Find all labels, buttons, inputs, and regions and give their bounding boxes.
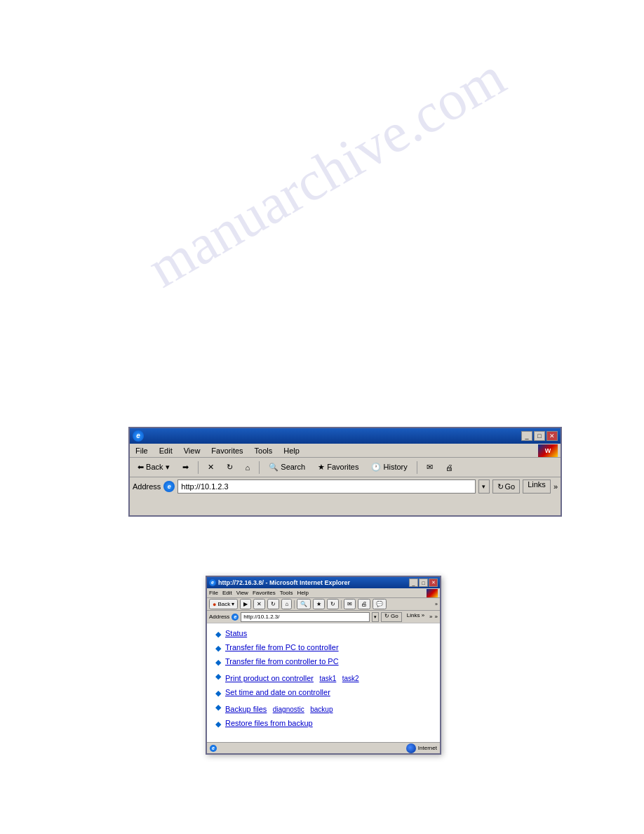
refresh-btn-2b[interactable]: ↻	[327, 599, 339, 609]
menu-file-1[interactable]: File	[133, 446, 151, 455]
forward-button-1[interactable]: ➡	[177, 460, 194, 475]
toolbar-extra-2: »	[435, 602, 438, 607]
discuss-button-2[interactable]: 💬	[373, 599, 387, 609]
links-extra-2: »	[429, 614, 432, 620]
minimize-button-2[interactable]: _	[409, 578, 418, 587]
ie-logo-2	[427, 589, 438, 597]
links-extra-2b: »	[435, 614, 438, 620]
sep-3	[417, 461, 417, 474]
address-ie-icon-2: e	[232, 614, 239, 621]
favorites-button-2[interactable]: ★	[313, 599, 325, 609]
address-bar-1: Address e ▾ ↻ Go Links »	[130, 477, 561, 496]
home-button-2[interactable]: ⌂	[281, 599, 292, 609]
sep-2	[259, 461, 260, 474]
link-restore-files[interactable]: Restore files from backup	[225, 719, 313, 727]
bullet-6: ◆	[215, 720, 221, 729]
menu-favorites-2[interactable]: Favorites	[253, 590, 276, 596]
menu-tools-1[interactable]: Tools	[252, 446, 276, 455]
link-transfer-from-controller[interactable]: Transfer file from controller to PC	[225, 657, 339, 666]
back-button-2[interactable]: ●Back ▾	[209, 599, 238, 609]
link-status[interactable]: Status	[225, 629, 247, 637]
address-input-2[interactable]	[241, 612, 369, 622]
go-label-1: Go	[505, 482, 516, 491]
status-zone-2: Internet	[406, 743, 437, 753]
close-button-1[interactable]: ✕	[546, 431, 558, 441]
go-button-1[interactable]: ↻ Go	[492, 479, 521, 494]
home-button-1[interactable]: ⌂	[241, 460, 255, 475]
history-button-1[interactable]: 🕐 History	[366, 460, 412, 475]
list-item: ◆ Set time and date on controller	[215, 688, 431, 698]
menu-file-2[interactable]: File	[209, 590, 218, 596]
ie-icon-1: e	[133, 430, 144, 442]
menu-view-2[interactable]: View	[236, 590, 248, 596]
menu-view-1[interactable]: View	[181, 446, 203, 455]
link-set-time[interactable]: Set time and date on controller	[225, 688, 330, 696]
maximize-button-1[interactable]: □	[534, 431, 545, 441]
menu-bar-1: File Edit View Favorites Tools Help W	[130, 444, 561, 458]
links-button-1[interactable]: Links	[523, 479, 551, 494]
sep-2-2	[341, 600, 342, 609]
toolbar-2: ●Back ▾ ▶ ✕ ↻ ⌂ 🔍 ★ ↻ ✉ 🖨 💬 »	[207, 598, 440, 611]
link-diagnostic[interactable]: diagnostic	[273, 706, 304, 713]
go-button-2[interactable]: ↻ Go	[381, 612, 402, 622]
link-transfer-to-controller[interactable]: Transfer file from PC to controller	[225, 643, 339, 651]
menu-favorites-1[interactable]: Favorites	[208, 446, 246, 455]
back-button-1[interactable]: ⬅ Back ▾	[133, 460, 175, 475]
link-task1[interactable]: task1	[319, 675, 336, 682]
list-item: ◆ Restore files from backup	[215, 719, 431, 729]
print-button-2[interactable]: 🖨	[358, 599, 370, 609]
list-item: ◆ Transfer file from controller to PC	[215, 657, 431, 667]
status-bar-2: e Internet	[207, 742, 440, 753]
sep-1	[198, 461, 199, 474]
ie-logo-1: W	[538, 444, 558, 457]
list-item: ◆ Backup files diagnostic backup	[215, 702, 431, 715]
address-input-1[interactable]	[177, 479, 475, 494]
menu-edit-1[interactable]: Edit	[156, 446, 175, 455]
menu-help-1[interactable]: Help	[281, 446, 302, 455]
address-label-2: Address	[209, 614, 229, 620]
minimize-button-1[interactable]: _	[521, 431, 532, 441]
title-buttons-2: _ □ ✕	[409, 578, 438, 587]
watermark: manuarchive.com	[137, 44, 516, 300]
bullet-5: ◆	[215, 703, 221, 712]
link-print-product[interactable]: Print product on controller	[225, 674, 314, 682]
search-button-1[interactable]: 🔍 Search	[264, 460, 310, 475]
go-label-2: Go	[391, 613, 398, 619]
list-item: ◆ Transfer file from PC to controller	[215, 643, 431, 653]
link-backup[interactable]: backup	[310, 706, 333, 713]
address-dropdown-2[interactable]: ▾	[372, 612, 379, 622]
favorites-button-1[interactable]: ★ Favorites	[313, 460, 363, 475]
title-buttons-1: _ □ ✕	[521, 431, 558, 441]
go-arrow-icon: ↻	[497, 482, 504, 491]
print-button-1[interactable]: 🖨	[441, 460, 458, 475]
title-bar-1: e _ □ ✕	[130, 428, 561, 444]
stop-button-1[interactable]: ✕	[203, 460, 219, 475]
menu-edit-2[interactable]: Edit	[222, 590, 232, 596]
refresh-button-2[interactable]: ↻	[267, 599, 279, 609]
title-text-2: http://72.16.3.8/ - Microsoft Internet E…	[216, 579, 409, 586]
bullet-1: ◆	[215, 644, 221, 653]
bullet-0: ◆	[215, 630, 221, 639]
bullet-3: ◆	[215, 672, 221, 681]
stop-button-2[interactable]: ✕	[253, 599, 265, 609]
content-area-2: ◆ Status ◆ Transfer file from PC to cont…	[207, 623, 440, 750]
link-backup-files[interactable]: Backup files	[225, 705, 267, 713]
bullet-2: ◆	[215, 658, 221, 667]
close-button-2[interactable]: ✕	[429, 578, 438, 587]
refresh-button-1[interactable]: ↻	[222, 460, 238, 475]
link-task2[interactable]: task2	[342, 675, 359, 682]
zone-label: Internet	[418, 745, 437, 751]
search-button-2[interactable]: 🔍	[297, 599, 311, 609]
address-dropdown-1[interactable]: ▾	[478, 479, 490, 494]
forward-button-2[interactable]: ▶	[240, 599, 251, 609]
globe-icon	[406, 743, 416, 753]
links-arrow-1: »	[554, 482, 558, 491]
mail-button-1[interactable]: ✉	[422, 460, 438, 475]
maximize-button-2[interactable]: □	[419, 578, 428, 587]
status-page-icon: e	[210, 745, 217, 752]
menu-tools-2[interactable]: Tools	[280, 590, 293, 596]
menu-help-2[interactable]: Help	[297, 590, 308, 596]
links-button-2[interactable]: Links »	[404, 612, 427, 622]
list-item: ◆ Print product on controller task1 task…	[215, 671, 431, 684]
mail-button-2[interactable]: ✉	[344, 599, 356, 609]
